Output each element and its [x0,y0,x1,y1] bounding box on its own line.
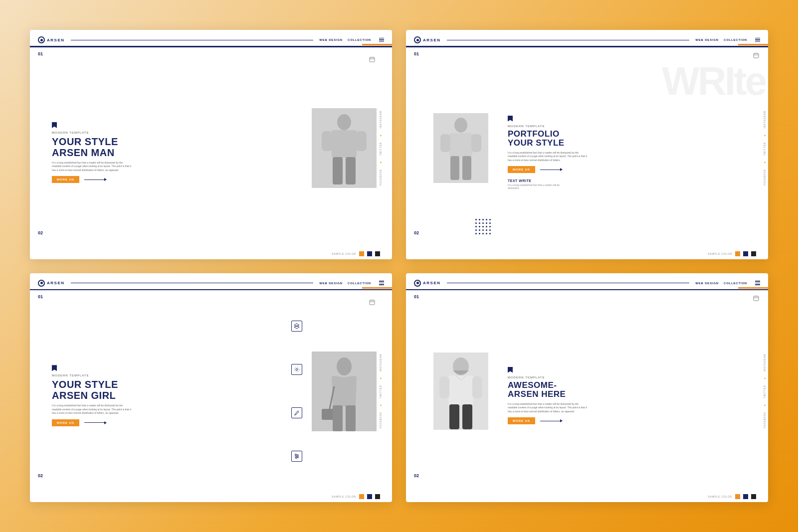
swatch-navy [743,494,748,499]
more-btn[interactable]: MORE US [508,417,535,424]
svg-rect-47 [472,376,482,398]
slide-num-bottom: 02 [38,473,43,478]
subtitle: MODERN TEMPLATE [52,131,304,134]
svg-marker-22 [294,324,299,327]
arrow-line [84,421,107,424]
instagram-label: INSTAGRAM [764,111,766,128]
swatch-navy [743,251,748,256]
slide-num-top: 01 [38,51,43,56]
header-line [71,283,314,283]
nav-web-design[interactable]: WEB DESIGN [319,38,343,41]
svg-rect-2 [332,130,357,158]
facebook-label: FACEBOOK [380,412,382,428]
nav-collection[interactable]: COLLECTION [724,38,747,41]
swatch-black [375,251,380,256]
subtitle: MODERN TEMPLATE [52,374,289,377]
sample-color-label: SAMPLE COLOR [332,252,356,255]
hamburger-menu[interactable] [379,38,384,42]
slide-num-bottom: 02 [38,230,43,235]
svg-rect-39 [370,300,375,305]
svg-marker-23 [294,326,299,329]
hamburger-menu[interactable] [379,281,384,285]
accent-bar [362,44,392,45]
accent-bar [738,287,768,289]
swatch-navy [367,494,372,499]
swatch-orange [735,251,740,256]
write-deco: WRIte [662,61,765,101]
twitter-label: TWITTER [764,142,766,156]
svg-point-32 [296,457,297,459]
slides-grid: ARSEN WEB DESIGN COLLECTION 01 02 MODERN… [0,0,798,532]
slide-2-header: ARSEN WEB DESIGN COLLECTION [406,30,768,45]
slide-num-top: 01 [38,294,43,299]
more-btn[interactable]: MORE US [52,419,79,426]
svg-rect-14 [440,134,450,152]
body-text: It is a long established fact that a rea… [52,161,132,173]
hamburger-menu[interactable] [755,38,760,42]
more-btn[interactable]: MORE US [508,166,535,173]
logo-circle-icon [38,280,45,287]
icon-column [289,294,304,488]
swatch-orange [359,494,364,499]
svg-point-30 [295,454,297,456]
logo: ARSEN [38,280,65,287]
twitter-label: TWITTER [380,142,382,156]
slide-1-body: 01 02 MODERN TEMPLATE YOUR STYLE ARSEN M… [30,47,392,249]
logo: ARSEN [414,280,441,287]
calendar-icon [369,55,375,64]
nav-collection[interactable]: COLLECTION [348,282,371,285]
nav-collection[interactable]: COLLECTION [724,282,747,285]
arrow-line [84,178,107,181]
header-nav: WEB DESIGN COLLECTION [319,281,384,285]
adjustments-icon [291,451,302,462]
swatch-navy [367,251,372,256]
nav-web-design[interactable]: WEB DESIGN [319,282,343,285]
social-sidebar: INSTAGRAM ✦ TWITTER ✦ FACEBOOK [377,294,384,488]
logo-circle-icon [414,36,421,43]
svg-point-24 [296,368,298,370]
slide-3: ARSEN WEB DESIGN COLLECTION 01 02 MODERN… [30,273,392,503]
svg-point-34 [337,357,352,375]
photo-girl [312,352,377,431]
brand-name: ARSEN [47,38,65,42]
brand-name: ARSEN [47,281,65,285]
photo-man-standing2 [433,113,488,183]
facebook-label: FACEBOOK [764,412,766,428]
brand-name: ARSEN [423,38,441,42]
nav-web-design[interactable]: WEB DESIGN [695,282,719,285]
svg-rect-48 [449,404,459,429]
slide-1-header: ARSEN WEB DESIGN COLLECTION [30,30,392,45]
hamburger-menu[interactable] [755,281,760,285]
text-write-title: TEXT WRITE [508,179,760,182]
main-title: PORTFOLIO YOUR STYLE [508,130,760,148]
slide-3-header: ARSEN WEB DESIGN COLLECTION [30,273,392,288]
svg-point-1 [337,114,351,130]
btn-row: MORE US [508,166,760,173]
slide-3-body: 01 02 MODERN TEMPLATE YOUR STYLE ARSEN G… [30,290,392,492]
header-nav: WEB DESIGN COLLECTION [319,38,384,42]
header-nav: WEB DESIGN COLLECTION [695,38,760,42]
text-write-section: TEXT WRITE It is a long established fact… [508,179,760,189]
header-line [447,283,690,283]
accent-bar [738,44,768,45]
svg-rect-7 [370,57,375,62]
svg-rect-5 [333,157,343,184]
facebook-label: FACEBOOK [764,169,766,185]
twitter-label: TWITTER [380,385,382,398]
brand-name: ARSEN [423,281,441,285]
nav-collection[interactable]: COLLECTION [348,38,371,41]
photo-man-beard [433,353,488,430]
right-text-content: WRIte MODERN TEMPLATE PORTFOLIO YOUR STY… [494,51,760,245]
arrow-line [540,419,563,422]
calendar-icon [369,298,375,307]
slide-1-footer: SAMPLE COLOR [30,249,392,259]
svg-rect-50 [754,296,759,301]
bookmark-icon [52,365,57,371]
more-btn[interactable]: MORE US [52,176,79,183]
instagram-label: INSTAGRAM [764,354,766,371]
header-line [447,40,690,40]
sample-color-label: SAMPLE COLOR [708,252,732,255]
svg-rect-38 [346,405,356,431]
nav-web-design[interactable]: WEB DESIGN [695,38,719,41]
header-line [71,40,314,40]
